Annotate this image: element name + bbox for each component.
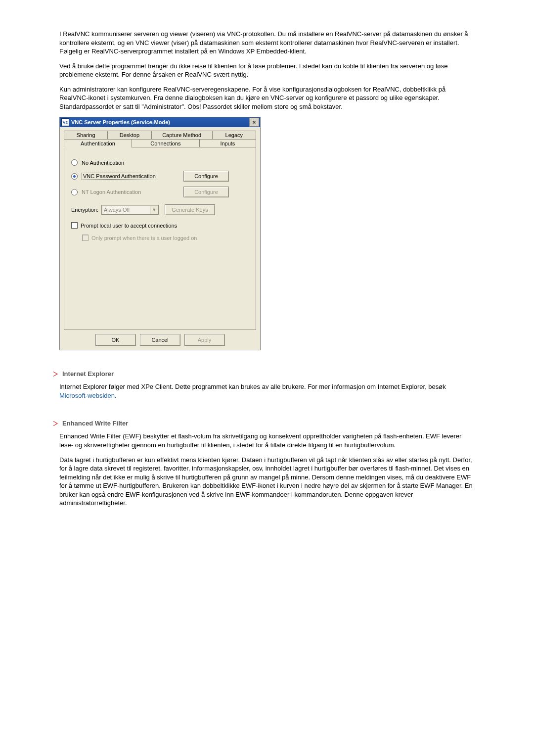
radio-vnc-auth[interactable] bbox=[71, 173, 78, 180]
vnc-app-icon: V2 bbox=[61, 118, 69, 126]
ok-button[interactable]: OK bbox=[95, 334, 136, 346]
heading-ie-text: Internet Explorer bbox=[62, 370, 114, 378]
dialog-titlebar[interactable]: V2 VNC Server Properties (Service-Mode) … bbox=[60, 117, 260, 127]
paragraph-realvnc-use: Ved å bruke dette programmet trenger du … bbox=[59, 62, 475, 79]
label-only-prompt: Only prompt when there is a user logged … bbox=[91, 235, 197, 241]
paragraph-realvnc-intro: I RealVNC kommuniserer serveren og viewe… bbox=[59, 30, 475, 56]
radio-nt-auth[interactable] bbox=[71, 189, 78, 195]
cancel-button[interactable]: Cancel bbox=[140, 334, 180, 346]
vnc-properties-dialog: V2 VNC Server Properties (Service-Mode) … bbox=[59, 117, 261, 350]
configure-vnc-button[interactable]: Configure bbox=[183, 171, 229, 182]
section-heading-ie: Internet Explorer bbox=[53, 370, 475, 378]
tab-panel-authentication: No Authentication VNC Password Authentic… bbox=[64, 147, 256, 330]
tab-sharing[interactable]: Sharing bbox=[64, 131, 108, 139]
paragraph-ewf-2: Data lagret i hurtigbufferen er kun effe… bbox=[59, 456, 475, 508]
paragraph-ie: Internet Explorer følger med XPe Client.… bbox=[59, 382, 475, 400]
apply-button: Apply bbox=[184, 334, 225, 346]
bullet-icon bbox=[53, 372, 58, 377]
checkbox-prompt-local[interactable] bbox=[71, 222, 78, 229]
ie-text-b: . bbox=[115, 392, 117, 399]
chevron-down-icon: ▼ bbox=[150, 206, 158, 214]
paragraph-realvnc-admin: Kun administratorer kan konfigurere Real… bbox=[59, 85, 475, 111]
checkbox-only-prompt bbox=[82, 235, 89, 241]
encryption-dropdown: Always Off ▼ bbox=[101, 205, 159, 215]
encryption-value: Always Off bbox=[104, 207, 150, 213]
microsoft-link[interactable]: Microsoft-websiden bbox=[59, 392, 115, 399]
close-icon[interactable]: × bbox=[249, 118, 259, 127]
configure-nt-button: Configure bbox=[183, 187, 229, 197]
tab-desktop[interactable]: Desktop bbox=[107, 131, 151, 139]
label-nt-auth: NT Logon Authentication bbox=[82, 189, 141, 195]
ie-text-a: Internet Explorer følger med XPe Client.… bbox=[59, 383, 446, 390]
dialog-title: VNC Server Properties (Service-Mode) bbox=[71, 119, 170, 125]
paragraph-ewf-1: Enhanced Write Filter (EWF) beskytter et… bbox=[59, 432, 475, 449]
generate-keys-button: Generate Keys bbox=[165, 204, 215, 215]
label-no-auth: No Authentication bbox=[82, 160, 124, 166]
label-vnc-auth: VNC Password Authentication bbox=[82, 173, 157, 180]
heading-ewf-text: Enhanced Write Filter bbox=[62, 420, 128, 427]
label-prompt-local: Prompt local user to accept connections bbox=[81, 223, 177, 229]
section-heading-ewf: Enhanced Write Filter bbox=[53, 420, 475, 427]
encryption-label: Encryption: bbox=[71, 207, 98, 213]
bullet-icon bbox=[53, 421, 58, 426]
tab-legacy[interactable]: Legacy bbox=[212, 131, 256, 139]
radio-no-auth[interactable] bbox=[71, 159, 78, 166]
tab-capture-method[interactable]: Capture Method bbox=[151, 131, 213, 139]
tab-authentication[interactable]: Authentication bbox=[64, 139, 132, 148]
